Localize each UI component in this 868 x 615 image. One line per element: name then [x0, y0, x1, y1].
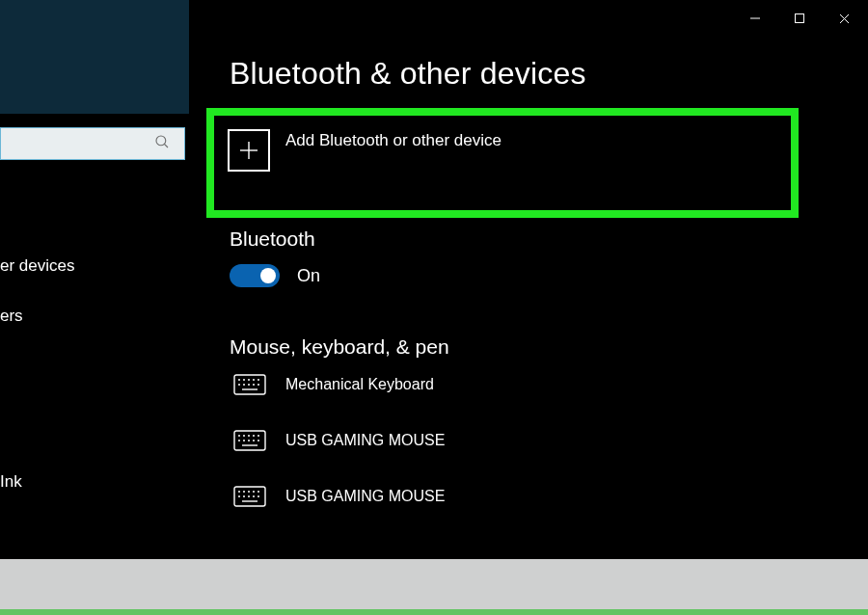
device-name: USB GAMING MOUSE — [285, 488, 445, 505]
sidebar-item-ers[interactable]: ers — [0, 291, 189, 341]
device-item[interactable]: Mechanical Keyboard — [230, 374, 445, 395]
device-list: Mechanical Keyboard USB GAMING MOUSE — [230, 374, 445, 507]
page-title: Bluetooth & other devices — [230, 56, 586, 92]
keyboard-icon — [230, 374, 270, 395]
device-name: Mechanical Keyboard — [285, 376, 434, 393]
bluetooth-heading: Bluetooth — [230, 227, 315, 251]
search-input[interactable] — [0, 127, 185, 160]
device-name: USB GAMING MOUSE — [285, 432, 445, 449]
minimize-button[interactable] — [733, 4, 777, 33]
svg-rect-3 — [796, 14, 804, 23]
keyboard-icon — [230, 486, 270, 507]
device-item[interactable]: USB GAMING MOUSE — [230, 430, 445, 451]
window-titlebar — [733, 4, 866, 33]
maximize-button[interactable] — [777, 4, 822, 33]
footer-decoration — [0, 559, 868, 615]
bluetooth-toggle[interactable] — [230, 264, 280, 287]
settings-sidebar: er devices ers Ink — [0, 0, 189, 561]
toggle-knob — [260, 268, 276, 283]
sidebar-item-devices[interactable]: er devices — [0, 241, 189, 291]
close-button[interactable] — [822, 4, 866, 33]
search-icon — [153, 133, 171, 154]
bluetooth-state-label: On — [297, 266, 320, 286]
main-panel: Bluetooth & other devices Add Bluetooth … — [189, 0, 868, 561]
sidebar-item-label: Ink — [0, 472, 22, 492]
add-device-label: Add Bluetooth or other device — [285, 131, 502, 150]
device-item[interactable]: USB GAMING MOUSE — [230, 486, 445, 507]
sidebar-item-label: er devices — [0, 256, 74, 276]
sidebar-header — [0, 0, 189, 114]
sidebar-item-label: ers — [0, 307, 23, 326]
plus-icon — [228, 129, 270, 172]
mkp-heading: Mouse, keyboard, & pen — [230, 335, 449, 359]
sidebar-item-ink[interactable]: Ink — [0, 457, 189, 507]
svg-line-1 — [164, 144, 168, 147]
keyboard-icon — [230, 430, 270, 451]
add-device-button[interactable]: Add Bluetooth or other device — [206, 108, 799, 218]
